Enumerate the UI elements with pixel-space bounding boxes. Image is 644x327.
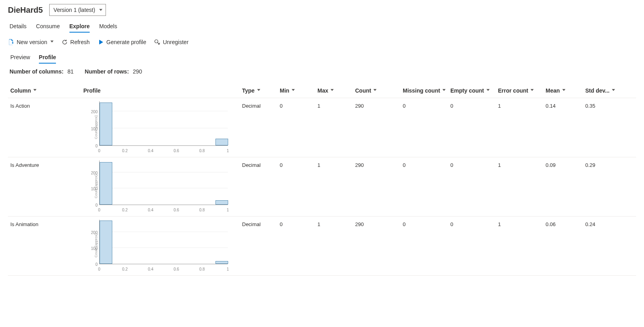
cell-type: Decimal	[242, 221, 280, 271]
refresh-button[interactable]: Refresh	[62, 39, 90, 45]
top-tab-details[interactable]: Details	[10, 21, 27, 32]
x-tick: 0.8	[199, 208, 205, 212]
th-profile: Profile	[83, 87, 242, 94]
histogram-bar	[100, 103, 112, 145]
x-tick: 0.4	[148, 149, 154, 153]
x-tick: 1	[227, 208, 229, 212]
th-empty[interactable]: Empty count	[450, 87, 498, 94]
new-version-button[interactable]: New version	[8, 39, 54, 45]
th-missing[interactable]: Missing count	[403, 87, 450, 94]
chevron-down-icon	[442, 89, 446, 93]
cell-missing: 0	[403, 162, 450, 212]
cell-count: 290	[355, 221, 403, 271]
histogram-bar	[215, 261, 228, 264]
y-tick: 200	[91, 109, 98, 114]
th-type[interactable]: Type	[242, 87, 280, 94]
y-tick: 0	[95, 144, 98, 148]
chevron-down-icon	[256, 89, 260, 93]
x-tick: 0.8	[199, 267, 205, 271]
th-error[interactable]: Error count	[498, 87, 546, 94]
unregister-label: Unregister	[163, 39, 188, 45]
x-tick: 0.6	[173, 149, 179, 153]
cell-mean: 0.06	[546, 221, 585, 271]
cell-column: Is Adventure	[8, 162, 83, 212]
th-std[interactable]: Std dev...	[585, 87, 625, 94]
refresh-label: Refresh	[70, 39, 90, 45]
cell-column: Is Action	[8, 103, 83, 153]
play-icon	[98, 39, 104, 45]
table-row: Is Action010020000.20.40.60.81Count (app…	[8, 98, 636, 157]
refresh-icon	[62, 39, 68, 45]
cell-max: 1	[317, 103, 355, 153]
histogram-bar	[215, 139, 228, 145]
cell-error: 1	[498, 221, 546, 271]
top-tabs: DetailsConsumeExploreModels	[8, 21, 636, 32]
version-select-value: Version 1 (latest)	[54, 7, 95, 13]
x-tick: 0.6	[173, 208, 179, 212]
x-tick: 0	[98, 208, 100, 212]
chevron-down-icon	[486, 89, 490, 93]
y-tick: 0	[95, 262, 98, 267]
cell-missing: 0	[403, 221, 450, 271]
x-tick: 0.2	[122, 267, 128, 271]
cell-type: Decimal	[242, 162, 280, 212]
cell-empty: 0	[450, 103, 498, 153]
version-select[interactable]: Version 1 (latest)	[49, 4, 106, 16]
chevron-down-icon	[330, 89, 334, 93]
th-min[interactable]: Min	[280, 87, 317, 94]
y-axis-label: Count (approx)	[94, 234, 98, 257]
chevron-down-icon	[33, 89, 37, 93]
table-row: Is Animation010020000.20.40.60.81Count (…	[8, 217, 636, 276]
cell-profile: 010020000.20.40.60.81Count (approx)	[83, 103, 242, 153]
chevron-down-icon	[530, 89, 534, 93]
x-tick: 0.4	[148, 267, 154, 271]
x-tick: 0.2	[122, 149, 128, 153]
x-tick: 0.8	[199, 149, 205, 153]
chevron-down-icon	[291, 89, 295, 93]
num-rows-value: 290	[133, 68, 142, 75]
cell-mean: 0.14	[546, 103, 585, 153]
table-row: Is Adventure010020000.20.40.60.81Count (…	[8, 157, 636, 217]
cell-min: 0	[280, 162, 317, 212]
generate-profile-button[interactable]: Generate profile	[98, 39, 146, 45]
profile-table: Column Profile Type Min Max Count Missin…	[8, 83, 636, 276]
svg-point-0	[155, 40, 158, 43]
profile-histogram: 010020000.20.40.60.81Count (approx)	[83, 101, 230, 153]
unregister-icon	[154, 39, 160, 45]
cell-count: 290	[355, 162, 403, 212]
top-tab-consume[interactable]: Consume	[36, 21, 60, 32]
x-tick: 0	[98, 149, 100, 153]
th-count[interactable]: Count	[355, 87, 403, 94]
cell-min: 0	[280, 103, 317, 153]
unregister-button[interactable]: Unregister	[154, 39, 188, 45]
sub-tab-preview[interactable]: Preview	[10, 53, 30, 63]
sub-tab-profile[interactable]: Profile	[39, 53, 56, 63]
toolbar: New version Refresh Generate profile Unr…	[8, 39, 636, 45]
cell-empty: 0	[450, 221, 498, 271]
x-tick: 0.6	[173, 267, 179, 271]
cell-type: Decimal	[242, 103, 280, 153]
th-mean[interactable]: Mean	[546, 87, 585, 94]
top-tab-models[interactable]: Models	[99, 21, 117, 32]
table-header-row: Column Profile Type Min Max Count Missin…	[8, 83, 636, 98]
chevron-down-icon	[611, 89, 615, 93]
chevron-down-icon	[50, 40, 54, 44]
y-axis-label: Count (approx)	[94, 115, 98, 139]
num-cols-label: Number of columns:	[10, 68, 63, 75]
cell-mean: 0.09	[546, 162, 585, 212]
th-max[interactable]: Max	[317, 87, 355, 94]
page-title: DieHard5	[8, 6, 43, 15]
cell-max: 1	[317, 162, 355, 212]
cell-error: 1	[498, 162, 546, 212]
chevron-down-icon	[561, 89, 565, 93]
chevron-down-icon	[373, 89, 377, 93]
top-tab-explore[interactable]: Explore	[69, 21, 90, 32]
y-tick: 0	[95, 203, 98, 207]
stats-row: Number of columns: 81 Number of rows: 29…	[8, 68, 636, 75]
cell-missing: 0	[403, 103, 450, 153]
cell-std: 0.29	[585, 162, 625, 212]
profile-histogram: 010020000.20.40.60.81Count (approx)	[83, 220, 230, 271]
x-tick: 1	[227, 267, 229, 271]
th-column[interactable]: Column	[8, 87, 83, 94]
histogram-bar	[100, 221, 112, 264]
